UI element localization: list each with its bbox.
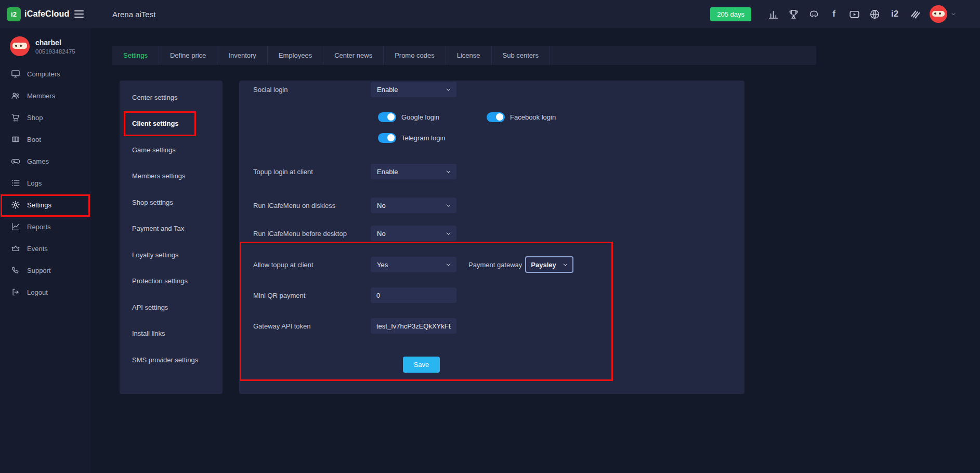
google-login-group: Google login <box>378 112 439 122</box>
user-name: charbel <box>35 38 75 47</box>
sidebar-item-support[interactable]: Support <box>0 259 91 281</box>
social-login-select[interactable]: Enable <box>371 82 456 97</box>
brand: i2 iCafeCloud <box>0 7 91 21</box>
api-token-row: Gateway API token <box>253 318 739 334</box>
settings-nav-item-api-settings[interactable]: API settings <box>120 294 223 321</box>
tab-settings[interactable]: Settings <box>112 46 159 65</box>
settings-nav-item-install-links[interactable]: Install links <box>120 321 223 347</box>
settings-nav-item-members-settings[interactable]: Members settings <box>120 163 223 190</box>
layers-icon[interactable] <box>909 8 921 20</box>
field-label: Gateway API token <box>253 322 371 330</box>
logs-icon <box>11 178 20 188</box>
select-value: Enable <box>377 168 398 176</box>
sidebar-item-games[interactable]: Games <box>0 150 91 172</box>
page-title: Arena aiTest <box>112 10 155 19</box>
sidebar-item-boot[interactable]: Boot <box>0 128 91 150</box>
icafe-icon[interactable]: i2 <box>889 8 900 20</box>
trophy-icon[interactable] <box>788 8 799 20</box>
facebook-login-group: Facebook login <box>487 111 556 123</box>
app-logo-text: iCafeCloud <box>24 9 69 19</box>
sidebar-item-logout[interactable]: Logout <box>0 281 91 303</box>
sidebar-item-label: Reports <box>27 223 51 231</box>
tab-inventory[interactable]: Inventory <box>217 46 267 65</box>
discord-icon[interactable] <box>808 8 819 20</box>
toggle-label: Telegram login <box>401 134 446 142</box>
globe-icon[interactable] <box>869 8 880 20</box>
sidebar-item-label: Events <box>27 245 48 253</box>
chevron-down-icon <box>446 231 451 237</box>
select-value: Enable <box>377 86 398 94</box>
chart-icon <box>11 222 20 231</box>
settings-nav-item-center-settings[interactable]: Center settings <box>120 84 223 111</box>
settings-nav-item-protection-settings[interactable]: Protection settings <box>120 268 223 295</box>
field-label: Run iCafeMenu before desktop <box>253 230 371 238</box>
diskless-select[interactable]: No <box>371 198 456 213</box>
allow-topup-select[interactable]: Yes <box>371 257 456 272</box>
settings-nav-item-game-settings[interactable]: Game settings <box>120 137 223 163</box>
sidebar-item-label: Shop <box>27 114 43 122</box>
chevron-down-icon <box>446 262 451 268</box>
settings-nav-item-sms-provider-settings[interactable]: SMS provider settings <box>120 347 223 373</box>
mini-qr-input[interactable] <box>371 287 456 303</box>
gear-icon <box>11 200 20 209</box>
sidebar-item-computers[interactable]: Computers <box>0 63 91 85</box>
tab-define-price[interactable]: Define price <box>159 46 217 65</box>
youtube-icon[interactable] <box>848 8 860 20</box>
google-login-toggle[interactable] <box>378 112 396 122</box>
tab-sub-centers[interactable]: Sub centers <box>492 46 550 65</box>
sidebar-item-label: Members <box>27 92 55 100</box>
cart-icon <box>11 113 20 122</box>
sidebar-item-label: Games <box>27 157 49 165</box>
select-value: No <box>377 230 386 238</box>
field-label: Topup login at client <box>253 168 371 176</box>
sidebar: charbel 005193482475 Computers Members S… <box>0 28 91 473</box>
sidebar-item-events[interactable]: Events <box>0 238 91 259</box>
license-days-badge[interactable]: 205 days <box>710 7 751 21</box>
sidebar-item-label: Computers <box>27 70 60 78</box>
facebook-icon[interactable]: f <box>828 8 840 20</box>
tab-center-news[interactable]: Center news <box>323 46 384 65</box>
chevron-down-icon <box>563 262 568 268</box>
sidebar-item-label: Support <box>27 267 51 274</box>
settings-nav-item-loyalty-settings[interactable]: Loyalty settings <box>120 242 223 268</box>
topbar: i2 iCafeCloud Arena aiTest 205 days f i2 <box>0 0 980 28</box>
settings-nav-item-payment-and-tax[interactable]: Payment and Tax <box>120 216 223 242</box>
allow-topup-row: Allow topup at client Yes Payment gatewa… <box>253 257 739 272</box>
phone-icon <box>11 266 20 275</box>
tab-promo-codes[interactable]: Promo codes <box>384 46 446 65</box>
settings-nav-panel: Center settings Client settings Game set… <box>120 81 223 394</box>
field-label: Run iCafeMenu on diskless <box>253 202 371 209</box>
sidebar-item-settings[interactable]: Settings <box>0 194 91 216</box>
sidebar-item-label: Logout <box>27 288 48 296</box>
diskless-row: Run iCafeMenu on diskless No <box>253 198 739 213</box>
payment-gateway-select[interactable]: Paysley <box>525 256 573 273</box>
user-avatar <box>930 5 947 23</box>
save-button[interactable]: Save <box>403 357 440 373</box>
gateway-api-token-input[interactable] <box>371 318 456 334</box>
social-toggles-row-1: Google login Facebook login <box>378 111 739 123</box>
telegram-login-toggle[interactable] <box>378 133 396 143</box>
menu-toggle-icon[interactable] <box>74 10 84 18</box>
settings-nav-item-client-settings[interactable]: Client settings <box>120 111 223 137</box>
telegram-login-group: Telegram login <box>378 133 446 143</box>
social-login-row: Social login Enable <box>253 82 739 97</box>
chevron-down-icon <box>446 203 451 208</box>
settings-nav-item-shop-settings[interactable]: Shop settings <box>120 189 223 216</box>
tab-license[interactable]: License <box>446 46 492 65</box>
icafecloud-app: { "app": { "logo_mark": "i2", "logo_text… <box>0 0 980 473</box>
facebook-login-toggle[interactable] <box>487 112 505 122</box>
sidebar-user-block[interactable]: charbel 005193482475 <box>0 28 91 63</box>
topup-login-select[interactable]: Enable <box>371 164 456 179</box>
main-content: Settings Define price Inventory Employee… <box>91 28 980 473</box>
members-icon <box>11 91 20 100</box>
sidebar-item-label: Logs <box>27 179 42 187</box>
before-desktop-select[interactable]: No <box>371 226 456 241</box>
sidebar-item-shop[interactable]: Shop <box>0 107 91 128</box>
tab-employees[interactable]: Employees <box>268 46 323 65</box>
user-menu[interactable] <box>930 5 957 23</box>
sidebar-item-logs[interactable]: Logs <box>0 172 91 194</box>
sidebar-item-reports[interactable]: Reports <box>0 216 91 238</box>
user-id: 005193482475 <box>35 48 75 55</box>
sidebar-item-members[interactable]: Members <box>0 85 91 107</box>
stats-icon[interactable] <box>767 8 779 20</box>
